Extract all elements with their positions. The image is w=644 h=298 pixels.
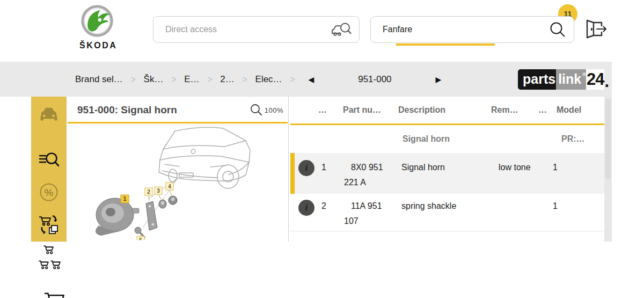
vehicle-search-icon[interactable] [331,21,352,38]
part-search-field [370,16,574,43]
illustration-panel: 951-000: Signal horn 100% [68,97,288,242]
svg-text:5: 5 [139,237,142,241]
parts-table: … Part nu… Description Rem… … Model Sign… [290,97,604,242]
group-pr-label: PR:… [561,125,585,153]
breadcrumb-chevron-icon: > [208,74,213,84]
svg-text:4: 4 [168,184,171,190]
direct-access-field [153,16,360,43]
multi-cart-icon[interactable] [50,259,63,274]
multi-cart-icon[interactable] [43,244,56,259]
logout-button[interactable] [583,17,608,43]
breadcrumb-item-series[interactable]: E… [184,74,199,85]
logo-24-segment: 24 [586,69,604,90]
logo-link-segment: link [556,69,582,90]
illustration-title: 951-000: Signal horn [77,97,177,123]
cell-description: Signal horn [401,160,445,175]
logo-parts-segment: parts [518,69,556,90]
breadcrumb-item-model-line[interactable]: Šk… [144,74,164,85]
table-row[interactable]: i 2 11A 951 107 spring shackle 1 [290,194,604,231]
cell-part-number[interactable]: 107 [344,214,358,229]
next-illustration-button[interactable]: ▶ [436,75,442,84]
info-icon[interactable]: i [298,200,314,216]
logo-dot: . [604,69,609,90]
info-icon[interactable]: i [298,160,314,176]
zoom-level: 100% [265,106,283,114]
selected-row-marker [290,153,295,194]
vehicle-icon[interactable] [39,105,59,123]
logo-registered-mark: ® [582,69,586,90]
direct-access-input[interactable] [153,25,331,34]
table-scrollbar[interactable] [604,97,612,242]
svg-text:1: 1 [123,196,127,202]
table-group-row: Signal horn PR:… [290,125,604,153]
discount-icon[interactable]: % [39,183,58,204]
brand-name: ŠKODA [79,41,115,50]
tool-sidebar: % [31,97,67,242]
multi-cart-icon[interactable] [38,259,51,274]
group-description: Signal horn [402,125,450,153]
svg-text:%: % [45,187,54,198]
breadcrumb-chevron-icon: > [243,74,247,84]
breadcrumb-item-brand[interactable]: Brand sel… [75,74,123,85]
breadcrumb-item-group[interactable]: Elec… [255,74,282,85]
breadcrumb-chevron-icon: > [171,74,176,84]
table-row[interactable]: i 1 8X0 951 221 A Signal horn low tone 1 [290,153,604,194]
prev-illustration-button[interactable]: ◀ [308,75,314,84]
cell-part-number[interactable]: 11A 951 [351,199,382,214]
logout-icon [583,17,608,41]
col-header-part-number[interactable]: Part nu… [343,97,381,123]
svg-text:2: 2 [147,189,150,195]
parts-diagram[interactable]: 1 2 3 4 5 [68,123,288,240]
skoda-logo[interactable]: ŠKODA [79,4,115,50]
breadcrumb-chevron-icon: > [131,74,136,84]
cell-description: spring shackle [401,199,456,214]
col-header-description[interactable]: Description [398,97,445,123]
illustration-header: 951-000: Signal horn 100% [68,97,288,123]
part-search-input[interactable] [371,25,549,34]
svg-text:3: 3 [157,188,160,194]
partslink24-logo: parts link ® 24 . [518,69,609,90]
search-active-underline [396,43,495,46]
magnifier-icon [250,103,264,117]
col-header-pos[interactable]: … [318,97,327,123]
cell-remark: low tone [499,160,531,175]
col-header-remarks[interactable]: Rem… [491,97,518,123]
breadcrumb: Brand sel… > Šk… > E… > 2… > Elec… > ◀ 9… [0,62,612,97]
table-header-row: … Part nu… Description Rem… … Model [290,97,604,125]
current-illustration-code: 951-000 [358,74,391,85]
skoda-emblem-icon [80,4,114,38]
scrollbar-thumb[interactable] [605,99,611,179]
cart-icon[interactable] [43,290,69,298]
cart-transfer-icon[interactable] [38,214,60,237]
cell-pos: 1 [321,160,326,175]
cell-part-number[interactable]: 8X0 951 [351,160,383,175]
breadcrumb-chevron-icon: > [290,74,295,84]
cell-model: 1 [553,199,558,214]
app-window: ŠKODA 11 [0,0,644,298]
zoom-control[interactable]: 100% [250,97,283,123]
panel-divider [288,97,289,242]
cell-part-number[interactable]: 221 A [344,175,366,190]
cell-model: 1 [553,160,558,175]
col-header-model[interactable]: Model [557,97,581,123]
search-icon[interactable] [549,21,566,38]
col-header-extra[interactable]: … [538,97,547,123]
breadcrumb-item-year[interactable]: 2… [220,74,234,85]
parts-search-icon[interactable] [38,151,60,171]
cell-pos: 2 [321,199,326,214]
